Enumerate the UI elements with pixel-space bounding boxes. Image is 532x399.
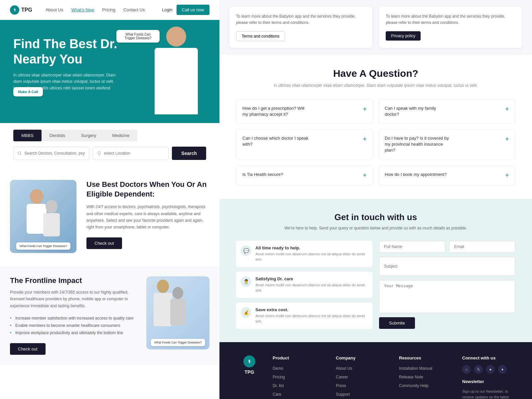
frontline-illustration xyxy=(146,276,193,336)
nav-whatsnew[interactable]: What's New xyxy=(71,7,94,12)
logo-text: TPG xyxy=(21,7,32,13)
feature-icon-3: 💰 xyxy=(241,307,251,318)
footer-company-about: About Us xyxy=(336,365,389,371)
faq-section: Have A Question? In ultrices vitae ullam… xyxy=(219,55,532,199)
footer-product-pricing: Pricing xyxy=(273,374,326,380)
feature-1: 💬 All time ready to help. Amet minim mol… xyxy=(236,241,372,267)
faq-question-3: Can I choose which doctor I speak with? xyxy=(242,135,309,147)
doctor-search-input[interactable] xyxy=(25,151,85,156)
hero-call-card[interactable]: Make A Call xyxy=(13,87,43,96)
faq-title: Have A Question? xyxy=(236,68,515,79)
feature-content-3: Save extra cost. Amet minim mollit non d… xyxy=(255,307,368,324)
frontline-list-item-2: Enable members to become smarter healthc… xyxy=(10,322,136,329)
location-input[interactable] xyxy=(104,151,164,156)
privacy-button[interactable]: Privacy policy xyxy=(386,31,421,41)
terms-button[interactable]: Terms and conditions xyxy=(236,31,285,41)
svg-rect-7 xyxy=(154,293,172,326)
footer-company-career: Career xyxy=(336,374,389,380)
faq-item-5[interactable]: Is Tia Health secure? + xyxy=(236,165,373,186)
footer-resources-community: Community Help xyxy=(399,382,452,388)
faq-plus-icon-4: + xyxy=(505,135,509,143)
footer-company-press: Press xyxy=(336,382,389,388)
feature-icon-1: 💬 xyxy=(241,245,251,256)
subject-input[interactable] xyxy=(379,257,515,276)
checkout-button-2[interactable]: Check out xyxy=(10,343,46,355)
faq-grid: How do I get a prescription? Will my pha… xyxy=(236,99,515,186)
footer: ⚕ TPG Product Demo Pricing Dr. list Care… xyxy=(219,342,532,399)
tab-dentists[interactable]: Dentists xyxy=(42,130,73,141)
twitter-icon[interactable]: 𝕏 xyxy=(474,365,483,374)
feature-3: 💰 Save extra cost. Amet minim mollit non… xyxy=(236,303,372,329)
submit-button[interactable]: Submite xyxy=(379,317,415,329)
footer-company-list: About Us Career Press Support xyxy=(336,365,389,397)
location-wrap xyxy=(93,147,169,160)
terms-card-1: To learn more about the Babylon app and … xyxy=(229,7,372,48)
frontline-image: What Foods Can Trigger Diseases? xyxy=(146,276,209,349)
search-icon xyxy=(18,151,22,156)
full-name-input[interactable] xyxy=(379,241,445,253)
person-head xyxy=(166,27,186,47)
footer-grid: ⚕ TPG Product Demo Pricing Dr. list Care… xyxy=(236,355,515,399)
footer-connect-heading: Connect with us xyxy=(462,355,515,360)
search-section: MBBS Dentists Surgery Medicine Search xyxy=(0,123,219,167)
hero-title: Find The Best Dr. Nearby You xyxy=(13,37,120,67)
nav-about[interactable]: About Us xyxy=(46,7,63,12)
faq-item-1[interactable]: How do I get a prescription? Will my pha… xyxy=(236,99,373,124)
person-body xyxy=(155,48,198,114)
svg-point-0 xyxy=(18,152,21,154)
faq-item-6[interactable]: How do I book my appointment? + xyxy=(378,165,515,186)
checkout-button-1[interactable]: Check out xyxy=(86,237,122,249)
svg-line-1 xyxy=(21,154,21,155)
nav-contact[interactable]: Contact Us xyxy=(123,7,145,12)
footer-product: Product Demo Pricing Dr. list Care Onlin… xyxy=(273,355,326,399)
faq-item-3[interactable]: Can I choose which doctor I speak with? … xyxy=(236,129,373,160)
login-button[interactable]: Login xyxy=(162,7,173,12)
left-panel: ⚕ TPG About Us What's New Pricing Contac… xyxy=(0,0,219,399)
feature-icon-2: 👨‍⚕️ xyxy=(241,276,251,287)
frontline-small-card: What Foods Can Trigger Diseases? xyxy=(151,339,205,346)
faq-item-4[interactable]: Do I have to pay? Is it covered by my pr… xyxy=(378,129,515,160)
search-button[interactable]: Search xyxy=(172,147,206,160)
nav-actions: Login Call us now xyxy=(162,5,209,15)
logo: ⚕ TPG xyxy=(10,5,32,15)
footer-social-icons: ⌂ 𝕏 ● ♦ xyxy=(462,365,515,374)
frontline-section: The Frontline Impact Provide your member… xyxy=(0,266,219,365)
social-icon-3[interactable]: ● xyxy=(486,365,495,374)
contact-title: Get in touch with us xyxy=(236,212,515,222)
contact-section: Get in touch with us We're here to help.… xyxy=(219,199,532,342)
footer-company: Company About Us Career Press Support xyxy=(336,355,389,399)
footer-connect: Connect with us ⌂ 𝕏 ● ♦ Newsletter Sign … xyxy=(462,355,515,399)
github-icon[interactable]: ⌂ xyxy=(462,365,471,374)
doctors-small-card: What Foods Can Trigger Diseases? xyxy=(16,242,70,250)
tab-medicine[interactable]: Medicine xyxy=(104,130,137,141)
tab-surgery[interactable]: Surgery xyxy=(73,130,104,141)
footer-company-support: Support xyxy=(336,391,389,397)
right-panel: To learn more about the Babylon app and … xyxy=(219,0,532,399)
svg-point-8 xyxy=(173,287,183,299)
footer-product-demo: Demo xyxy=(273,365,326,371)
faq-question-1: How do I get a prescription? Will my pha… xyxy=(242,105,309,117)
email-input[interactable] xyxy=(449,241,515,253)
message-textarea[interactable] xyxy=(379,280,515,313)
call-us-button[interactable]: Call us now xyxy=(177,5,209,15)
faq-plus-icon-3: + xyxy=(363,135,367,143)
contact-grid: 💬 All time ready to help. Amet minim mol… xyxy=(236,241,515,329)
tab-mbbs[interactable]: MBBS xyxy=(13,130,42,141)
pinterest-icon[interactable]: ♦ xyxy=(498,365,507,374)
feature-title-1: All time ready to help. xyxy=(255,245,368,250)
footer-resources-heading: Resources xyxy=(399,355,452,360)
navbar: ⚕ TPG About Us What's New Pricing Contac… xyxy=(0,0,219,20)
location-icon xyxy=(97,151,101,156)
faq-subtitle: In ultrices vitae ullamcorper vitae etia… xyxy=(236,82,515,89)
nav-links: About Us What's New Pricing Contact Us xyxy=(46,7,162,12)
nav-pricing[interactable]: Pricing xyxy=(102,7,115,12)
svg-point-6 xyxy=(157,280,169,293)
doctors-image: What Foods Can Trigger Diseases? xyxy=(10,180,76,253)
footer-newsletter-heading: Newsletter xyxy=(462,379,515,384)
footer-resources-install: Installation Manual xyxy=(399,365,452,371)
terms-text-1: To learn more about the Babylon app and … xyxy=(236,13,366,26)
faq-plus-icon-5: + xyxy=(363,172,367,179)
faq-item-2[interactable]: Can I speak with my family doctor? + xyxy=(378,99,515,124)
faq-question-6: How do I book my appointment? xyxy=(385,172,447,178)
search-input-wrap xyxy=(13,147,89,160)
